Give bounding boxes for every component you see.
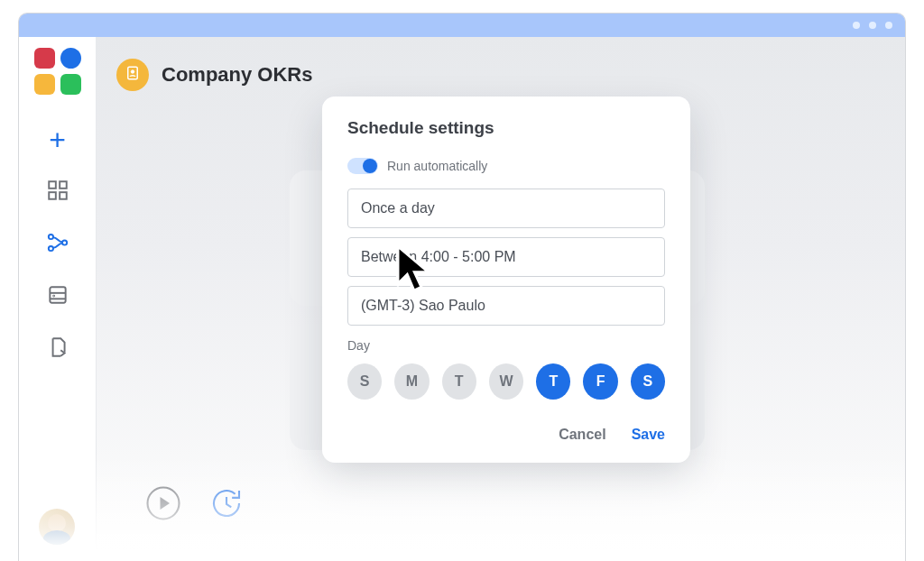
day-sat[interactable]: S [631, 363, 665, 400]
day-mon[interactable]: M [394, 363, 429, 400]
page-header: Company OKRs [116, 59, 312, 91]
modal-title: Schedule settings [347, 118, 665, 138]
schedule-settings-modal: Schedule settings Run automatically Once… [322, 97, 690, 463]
page-header-badge [116, 59, 149, 91]
svg-point-12 [131, 70, 134, 74]
svg-rect-7 [50, 287, 65, 302]
workspace: + [19, 37, 905, 561]
modal-actions: Cancel Save [347, 427, 665, 443]
page-title: Company OKRs [162, 63, 312, 87]
workflow-icon [46, 231, 69, 258]
left-rail: + [19, 37, 97, 561]
schedule-button[interactable] [205, 483, 248, 527]
app-logo[interactable] [34, 48, 81, 95]
svg-rect-2 [49, 192, 56, 199]
add-button[interactable]: + [38, 120, 78, 160]
day-section-label: Day [347, 338, 665, 353]
day-sun[interactable]: S [347, 363, 382, 400]
run-actions [142, 483, 248, 527]
nav-dashboard[interactable] [38, 172, 78, 212]
save-button[interactable]: Save [632, 427, 665, 443]
svg-point-10 [53, 296, 54, 297]
day-tue[interactable]: T [442, 363, 476, 400]
svg-rect-1 [60, 181, 67, 189]
run-automatically-row: Run automatically [347, 158, 665, 174]
time-window-select[interactable]: Between 4:00 - 5:00 PM [347, 237, 665, 277]
day-picker: S M T W T F S [347, 363, 665, 400]
day-thu[interactable]: T [536, 363, 570, 400]
svg-rect-3 [60, 192, 67, 199]
cancel-button[interactable]: Cancel [559, 427, 605, 443]
day-wed[interactable]: W [489, 363, 523, 400]
window-titlebar [19, 14, 905, 37]
app-window: + [18, 13, 906, 561]
timezone-value: (GMT-3) Sao Paulo [361, 298, 485, 314]
run-button[interactable] [142, 483, 185, 527]
database-icon [46, 283, 69, 310]
page-export-icon [46, 336, 69, 363]
nav-data[interactable] [38, 277, 78, 317]
grid-icon [46, 179, 69, 206]
svg-point-5 [48, 246, 52, 251]
timezone-select[interactable]: (GMT-3) Sao Paulo [347, 286, 665, 326]
day-fri[interactable]: F [583, 363, 617, 400]
run-automatically-label: Run automatically [387, 159, 487, 173]
id-badge-icon [125, 65, 141, 85]
svg-rect-0 [49, 181, 56, 189]
nav-workflow[interactable] [38, 225, 78, 264]
svg-point-4 [48, 235, 52, 239]
play-icon [144, 484, 182, 526]
clock-refresh-icon [208, 484, 245, 526]
nav-export[interactable] [38, 329, 78, 369]
window-control-dot[interactable] [853, 22, 860, 29]
window-control-dot[interactable] [885, 22, 892, 29]
frequency-select[interactable]: Once a day [347, 189, 665, 228]
window-control-dot[interactable] [869, 22, 876, 29]
run-automatically-toggle[interactable] [347, 158, 378, 174]
svg-point-6 [61, 240, 66, 244]
frequency-value: Once a day [361, 200, 435, 216]
user-avatar[interactable] [39, 509, 75, 545]
time-window-value: Between 4:00 - 5:00 PM [361, 249, 516, 265]
